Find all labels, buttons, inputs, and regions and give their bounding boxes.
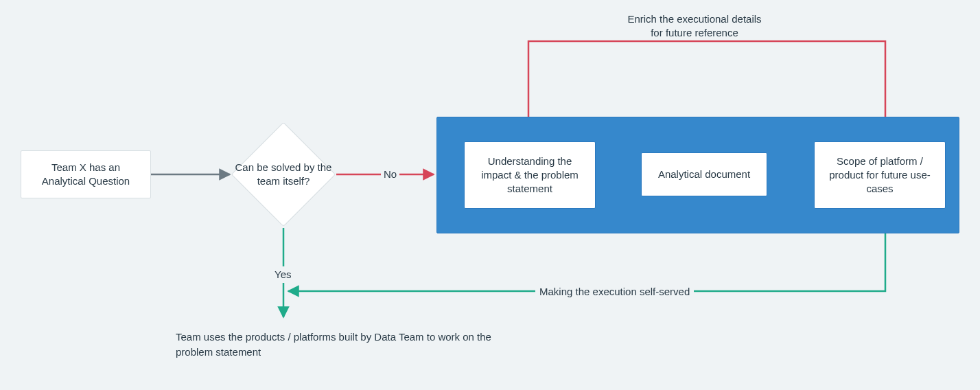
- edge-label-no: No: [381, 168, 399, 181]
- flowchart-canvas: Team X has an Analytical Question Can be…: [0, 0, 980, 390]
- node-doc: Analytical document: [641, 152, 767, 196]
- edge-label-enrich: Enrich the executional details for futur…: [557, 12, 832, 41]
- node-decision: Can be solved by the team itself?: [232, 123, 335, 226]
- result-text: Team uses the products / platforms built…: [176, 330, 491, 360]
- node-understand-label: Understanding the impact & the problem s…: [474, 154, 585, 196]
- node-understand: Understanding the impact & the problem s…: [464, 141, 596, 209]
- edge-label-enrich-line1: Enrich the executional details: [557, 12, 832, 26]
- node-scope-label: Scope of platform / product for future u…: [824, 154, 935, 196]
- node-start: Team X has an Analytical Question: [21, 150, 151, 198]
- edge-label-yes: Yes: [272, 266, 294, 283]
- node-start-label: Team X has an Analytical Question: [31, 161, 141, 189]
- edge-label-selfserved: Making the execution self-served: [535, 284, 694, 300]
- node-doc-label: Analytical document: [658, 168, 750, 181]
- edge-label-enrich-line2: for future reference: [557, 26, 832, 40]
- node-scope: Scope of platform / product for future u…: [814, 141, 946, 209]
- node-decision-label: Can be solved by the team itself?: [232, 161, 335, 189]
